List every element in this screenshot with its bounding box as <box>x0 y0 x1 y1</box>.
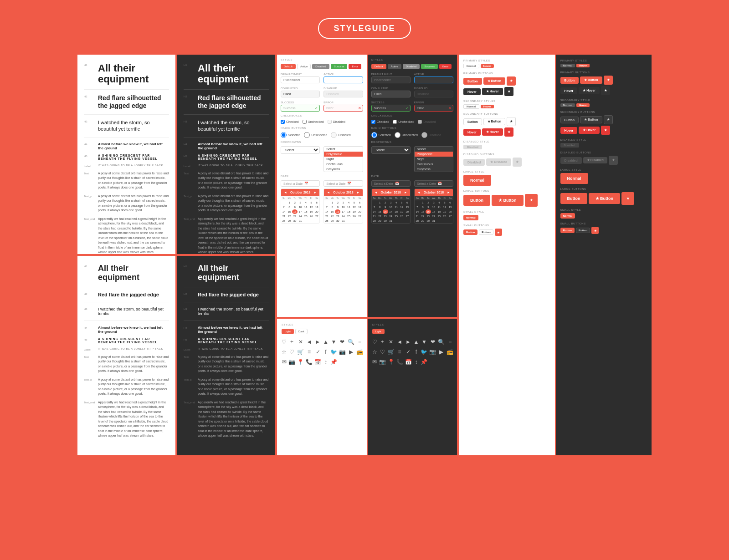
tab-error-dark[interactable]: Error <box>439 64 452 69</box>
dark-date-grid: Select a Date 📅 ◄ October 2018 ► Su <box>371 180 454 224</box>
disabled-btn-icon: ★ Disabled <box>486 158 511 166</box>
completed-input[interactable] <box>281 91 320 97</box>
dark-h2: Red flare silhouetted the jagged edge <box>198 94 269 110</box>
secondary-btn-icon-only[interactable]: ★ <box>507 117 516 126</box>
dark-sec-hover-icon-only[interactable]: ★ <box>601 126 610 135</box>
primary-btn-dark-icon-only[interactable]: ★ <box>504 87 513 96</box>
dark-sec-icon-btn[interactable]: ★ Button <box>580 116 602 123</box>
dark-date-input[interactable]: Select a Date 📅 <box>371 180 411 187</box>
secondary-btn[interactable]: Button <box>463 118 482 125</box>
dark-small-sec-btn[interactable]: Button <box>576 228 590 233</box>
primary-styles-section: PRIMARY STYLES Normal Hover <box>463 59 550 68</box>
secondary-btn-hover-icon-only[interactable]: ★ <box>504 127 513 137</box>
icon-tab-light[interactable]: Light <box>282 329 294 334</box>
dark-select[interactable]: Select <box>371 146 411 154</box>
tab-default[interactable]: Default <box>281 64 296 69</box>
dark-calendar[interactable]: ◄ October 2018 ► Su Mo Tu We Th Fr <box>371 188 411 224</box>
dark-sec-hover-btn[interactable]: Hover <box>560 127 578 134</box>
checkbox-unchecked[interactable]: Unchecked <box>303 120 324 124</box>
icon-tab-dark-toggle[interactable]: Dark <box>295 329 308 334</box>
primary-btn-dark[interactable]: Hover <box>463 88 481 95</box>
checkbox-checked[interactable]: Checked <box>281 120 299 124</box>
tab-default-dark[interactable]: Default <box>371 64 386 69</box>
tab-success[interactable]: Success <box>331 64 348 69</box>
primary-btn[interactable]: Button <box>463 78 482 85</box>
dark-primary-icon-only[interactable]: ★ <box>604 76 613 85</box>
dark-cal-prev[interactable]: ◄ <box>375 191 378 194</box>
dark-success-input[interactable] <box>371 105 411 112</box>
dark-date-input-2[interactable]: Select a Date 📅 <box>414 180 453 187</box>
secondary-btn-hover[interactable]: Hover <box>463 129 481 136</box>
large-btn-icon[interactable]: ★ Button <box>492 195 524 206</box>
dark-large-icon-only[interactable]: ★ <box>621 192 634 205</box>
dark-hover-btn[interactable]: Hover <box>560 87 578 94</box>
primary-btn-dark-icon[interactable]: ★ Hover <box>482 88 503 95</box>
dark-small-style-btn[interactable]: Normal <box>560 213 575 219</box>
default-input[interactable] <box>281 76 320 83</box>
small-btn-secondary[interactable]: Button <box>479 229 493 235</box>
style-tabs-dark[interactable]: Default Active Disabled Success Error <box>371 64 454 69</box>
typo-dark-col: H1 All their equipment H2 Red flare silh… <box>177 55 275 455</box>
large-style-btn[interactable]: Normal <box>463 175 491 186</box>
cal-prev[interactable]: ◄ <box>284 191 287 194</box>
dark-small-btn[interactable]: Button <box>560 228 575 233</box>
secondary-btn-hover-icon[interactable]: ★ Hover <box>482 128 503 136</box>
radio-selected[interactable]: Selected <box>281 132 300 138</box>
small-style-btn[interactable]: Normal <box>463 215 478 220</box>
error-input[interactable] <box>323 105 363 112</box>
cal-next[interactable]: ► <box>313 191 317 194</box>
calendar-light[interactable]: ◄ October 2018 ► Su Mo Tu We Th Fr <box>281 188 320 224</box>
dark-hover-icon-only[interactable]: ★ <box>601 86 610 95</box>
secondary-btn-icon[interactable]: ★ Button <box>483 118 506 125</box>
primary-btn-icon[interactable]: ★ Button <box>483 77 506 85</box>
tab-disabled[interactable]: Disabled <box>312 64 329 69</box>
dark-active-input[interactable] <box>414 76 453 83</box>
date-input-2[interactable]: Select a Date 📅 <box>323 180 363 187</box>
large-btn-icon-only[interactable]: ★ <box>525 194 538 207</box>
success-input[interactable] <box>281 105 320 112</box>
icon-heart-2-d: ♡ <box>379 348 386 356</box>
dark-large-icon-btn[interactable]: ★ Button <box>589 193 621 204</box>
forms-top: STYLES Default Active Disabled Success E… <box>277 55 457 317</box>
icon-style-tabs-dark[interactable]: Light <box>372 329 453 334</box>
dark-large-style-btn[interactable]: Normal <box>560 173 588 184</box>
icon-facebook-d: f <box>414 348 419 356</box>
dark-large-btn[interactable]: Button <box>560 193 587 204</box>
dark-error-input[interactable] <box>414 105 453 112</box>
tab-active-dark[interactable]: Active <box>388 64 401 69</box>
dark-small-icon[interactable]: ★ <box>591 227 599 234</box>
large-styles-section: LARGE STYLE Normal <box>463 170 550 186</box>
dark-cal-next[interactable]: ► <box>404 191 407 194</box>
cal-next-2[interactable]: ► <box>357 191 360 194</box>
primary-btn-icon-only[interactable]: ★ <box>507 76 516 86</box>
dark-primary-btn[interactable]: Button <box>560 77 579 84</box>
icon-close-d: ✕ <box>388 338 395 346</box>
style-tabs-light[interactable]: Default Active Disabled Success Error <box>281 64 363 69</box>
cal-prev-2[interactable]: ◄ <box>327 191 330 194</box>
dark-hover-icon-btn[interactable]: ★ Hover <box>579 87 600 94</box>
icon-resize: ↕ <box>323 358 329 366</box>
icon-style-tabs-light[interactable]: Light Dark <box>282 329 362 334</box>
tab-success-dark[interactable]: Success <box>421 64 438 69</box>
dark-filled-input[interactable] <box>371 91 411 97</box>
dark-sec-btn[interactable]: Button <box>560 117 579 123</box>
dark-default-input[interactable] <box>371 76 411 83</box>
dark-calendar-2[interactable]: ◄ October 2018 ► Su Mo Tu We Th Fr <box>414 188 453 224</box>
dark-radio-group: Selected Unselected Disabled <box>371 132 454 138</box>
icon-tab-light-2[interactable]: Light <box>372 329 385 334</box>
icon-cart-d: 🛒 <box>388 348 395 356</box>
radio-unselected[interactable]: Unselected <box>304 132 327 138</box>
dark-sec-hover-icon-btn[interactable]: ★ Hover <box>579 127 600 134</box>
small-btn-icon[interactable]: ★ <box>495 229 502 236</box>
tab-active[interactable]: Active <box>297 64 311 69</box>
tab-disabled-dark[interactable]: Disabled <box>403 64 420 69</box>
dark-primary-btn-icon[interactable]: ★ Button <box>580 76 602 84</box>
dark-sec-icon-only[interactable]: ★ <box>604 115 613 124</box>
calendar-light-2[interactable]: ◄ October 2018 ► Su Mo Tu We Th Fr <box>323 188 363 224</box>
date-input[interactable]: Select a Date 📅 <box>281 180 320 187</box>
small-btn[interactable]: Button <box>463 229 477 235</box>
tab-error[interactable]: Error <box>349 64 361 69</box>
select-dropdown[interactable]: Select Polyphonic Night <box>281 146 320 154</box>
active-input[interactable] <box>323 76 363 83</box>
large-btn[interactable]: Button <box>463 195 490 206</box>
